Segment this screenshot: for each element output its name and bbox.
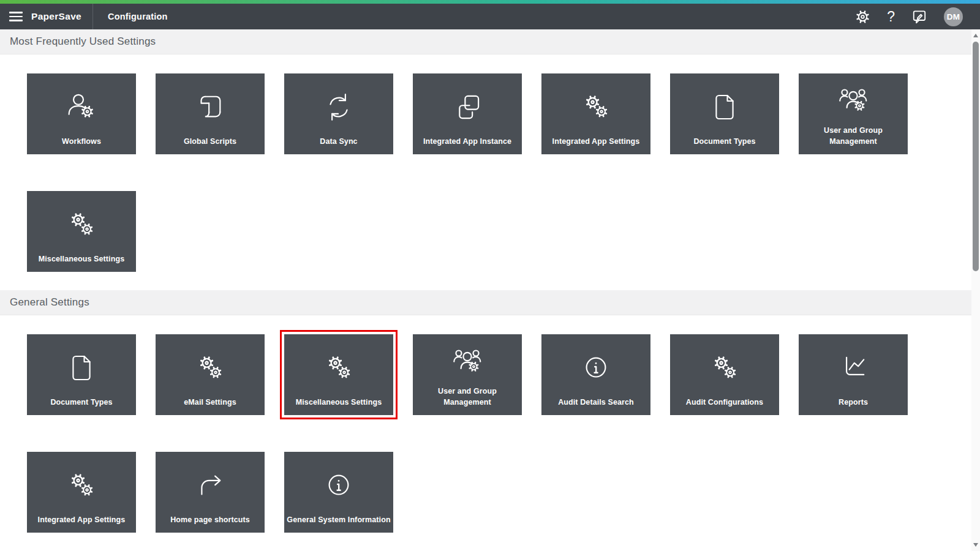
scroll-down-arrow-icon[interactable] — [973, 543, 978, 547]
gears-icon — [64, 452, 99, 514]
chart-icon — [835, 334, 871, 397]
users-gear-icon — [450, 334, 485, 386]
hamburger-menu-icon[interactable] — [9, 12, 23, 21]
gears-icon — [64, 191, 99, 253]
gears-icon — [192, 334, 228, 397]
overlap-squares-icon — [450, 73, 485, 136]
tile-data-sync[interactable]: Data Sync — [284, 73, 393, 154]
arrow-curve-icon — [192, 452, 228, 514]
tile-email-settings[interactable]: eMail Settings — [156, 334, 265, 415]
tile-label: Audit Configurations — [685, 397, 764, 415]
tile-audit-configurations[interactable]: Audit Configurations — [670, 334, 779, 415]
tile-integrated-app-settings[interactable]: Integrated App Settings — [27, 452, 136, 533]
tile-general-system-information[interactable]: General System Information — [284, 452, 393, 533]
settings-section: Most Frequently Used SettingsWorkflowsGl… — [0, 29, 971, 290]
user-gear-icon — [64, 73, 99, 136]
header-divider — [92, 4, 93, 29]
tile-home-page-shortcuts[interactable]: Home page shortcuts — [156, 452, 265, 533]
tile-label: User and Group Management — [799, 125, 908, 155]
tile-grid: WorkflowsGlobal ScriptsData SyncIntegrat… — [0, 54, 971, 290]
tile-label: Integrated App Settings — [37, 514, 127, 533]
tile-label: Miscellaneous Settings — [295, 397, 383, 415]
gears-icon — [578, 73, 614, 136]
tile-grid: Document TypeseMail SettingsMiscellaneou… — [0, 315, 971, 551]
avatar[interactable]: DM — [944, 7, 963, 26]
tile-document-types[interactable]: Document Types — [670, 73, 779, 154]
gears-icon — [707, 334, 742, 397]
tile-label: Global Scripts — [183, 136, 238, 154]
scrollbar[interactable] — [971, 29, 980, 551]
app-header: PaperSave Configuration ? DM — [0, 4, 980, 29]
tile-label: Reports — [837, 397, 869, 415]
tile-integrated-app-instance[interactable]: Integrated App Instance — [413, 73, 522, 154]
tile-label: Workflows — [61, 136, 102, 154]
settings-section: General SettingsDocument TypeseMail Sett… — [0, 290, 971, 551]
tile-reports[interactable]: Reports — [799, 334, 908, 415]
tile-miscellaneous-settings[interactable]: Miscellaneous Settings — [27, 191, 136, 272]
info-icon — [321, 452, 356, 514]
gears-icon — [321, 334, 356, 397]
tab-configuration[interactable]: Configuration — [108, 12, 168, 21]
tile-miscellaneous-settings[interactable]: Miscellaneous Settings — [284, 334, 393, 415]
tile-label: General System Information — [285, 514, 391, 533]
tile-label: Audit Details Search — [557, 397, 635, 415]
tile-user-and-group-management[interactable]: User and Group Management — [799, 73, 908, 154]
tile-document-types[interactable]: Document Types — [27, 334, 136, 415]
scroll-up-arrow-icon[interactable] — [973, 34, 978, 37]
tile-label: Integrated App Instance — [422, 136, 513, 154]
scroll-icon — [192, 73, 228, 136]
header-actions: ? DM — [855, 7, 980, 26]
scrollbar-thumb[interactable] — [973, 42, 979, 271]
tile-label: Data Sync — [318, 136, 358, 154]
info-icon — [578, 334, 614, 397]
sync-icon — [321, 73, 356, 136]
tile-label: eMail Settings — [183, 397, 237, 415]
configuration-page: Most Frequently Used SettingsWorkflowsGl… — [0, 29, 971, 551]
settings-gear-icon[interactable] — [855, 9, 870, 24]
document-icon — [707, 73, 742, 136]
tile-global-scripts[interactable]: Global Scripts — [156, 73, 265, 154]
tile-label: Document Types — [49, 397, 113, 415]
tile-label: User and Group Management — [413, 386, 522, 416]
tile-user-and-group-management[interactable]: User and Group Management — [413, 334, 522, 415]
section-header: General Settings — [0, 290, 971, 315]
brand-logo[interactable]: PaperSave — [31, 11, 81, 22]
tile-audit-details-search[interactable]: Audit Details Search — [541, 334, 650, 415]
feedback-icon[interactable] — [911, 9, 927, 24]
users-gear-icon — [835, 73, 871, 125]
tile-integrated-app-settings[interactable]: Integrated App Settings — [541, 73, 650, 154]
document-icon — [64, 334, 99, 397]
help-icon[interactable]: ? — [887, 10, 895, 24]
tile-label: Document Types — [692, 136, 756, 154]
section-header: Most Frequently Used Settings — [0, 29, 971, 54]
tile-label: Home page shortcuts — [169, 514, 251, 533]
tile-workflows[interactable]: Workflows — [27, 73, 136, 154]
tile-label: Miscellaneous Settings — [37, 253, 126, 272]
tile-label: Integrated App Settings — [551, 136, 641, 154]
